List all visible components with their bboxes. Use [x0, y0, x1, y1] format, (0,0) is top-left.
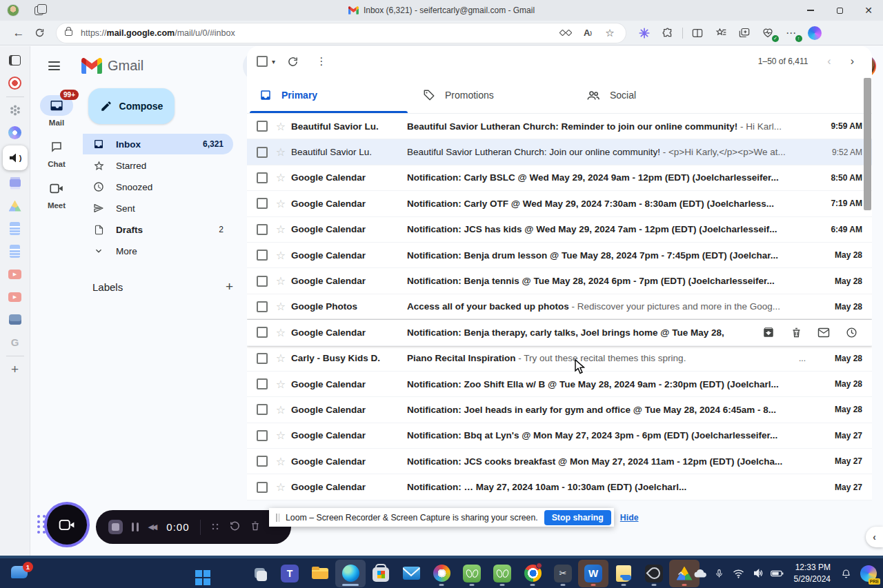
- printer-icon[interactable]: [0, 172, 30, 194]
- star-icon[interactable]: ☆: [275, 480, 287, 494]
- copilot-icon[interactable]: [806, 26, 824, 41]
- pinned-site-icon[interactable]: [0, 308, 30, 331]
- email-checkbox[interactable]: [257, 224, 268, 235]
- email-checkbox[interactable]: [257, 353, 268, 364]
- sidebar-item[interactable]: Drafts 2: [83, 219, 233, 240]
- taskbar-start-button[interactable]: [183, 560, 214, 587]
- chatgpt-icon[interactable]: [0, 99, 30, 121]
- sidebar-item[interactable]: Sent: [83, 198, 233, 219]
- restart-recording-icon[interactable]: [229, 520, 241, 534]
- star-icon[interactable]: ☆: [275, 429, 287, 442]
- delete-icon[interactable]: [785, 321, 807, 343]
- minimize-button[interactable]: [796, 0, 825, 21]
- star-icon[interactable]: ☆: [275, 274, 287, 287]
- email-row[interactable]: ☆ Google Calendar Notification: Bbq at L…: [247, 423, 872, 449]
- taskbar-file-explorer-icon[interactable]: [305, 560, 335, 587]
- star-icon[interactable]: ☆: [275, 403, 287, 416]
- email-checkbox[interactable]: [257, 198, 268, 209]
- archive-icon[interactable]: [757, 321, 780, 343]
- stop-recording-button[interactable]: [108, 520, 123, 534]
- select-all-checkbox[interactable]: [257, 56, 268, 67]
- taskbar-word-icon[interactable]: [578, 560, 608, 587]
- star-icon[interactable]: ☆: [275, 197, 287, 210]
- browser-tab[interactable]: Inbox (6,321) - seifertcarly@gmail.com -…: [348, 6, 535, 15]
- hide-banner-link[interactable]: Hide: [620, 513, 639, 523]
- email-row[interactable]: ☆ Google Calendar Notification: Carly OT…: [247, 191, 872, 216]
- youtube-icon[interactable]: [0, 263, 30, 285]
- email-checkbox[interactable]: [257, 378, 268, 389]
- address-bar[interactable]: https://mail.google.com/mail/u/0/#inbox …: [57, 23, 626, 43]
- email-checkbox[interactable]: [257, 250, 268, 261]
- browser-essentials-icon[interactable]: ✓: [759, 26, 777, 41]
- split-screen-icon[interactable]: [688, 26, 706, 41]
- taskbar-camera-app-icon[interactable]: [426, 560, 457, 587]
- star-icon[interactable]: ☆: [275, 300, 287, 313]
- email-row[interactable]: ☆ Google Calendar Notification: … May 27…: [247, 474, 872, 500]
- wifi-icon[interactable]: [731, 563, 747, 584]
- onedrive-icon[interactable]: [692, 563, 708, 584]
- rewind-icon[interactable]: ◀◀: [148, 523, 155, 531]
- email-row[interactable]: ☆ Google Calendar Notification: Zoo Shif…: [247, 372, 872, 397]
- email-row[interactable]: ☆ Beautiful Savior Lu. Beautiful Savior …: [247, 139, 872, 165]
- collections-icon[interactable]: [735, 26, 753, 41]
- stop-sharing-button[interactable]: Stop sharing: [544, 510, 611, 525]
- star-icon[interactable]: ☆: [275, 171, 287, 184]
- speaker-icon[interactable]: [3, 145, 28, 170]
- nav-rail-chat[interactable]: Chat: [30, 136, 83, 168]
- youtube-icon[interactable]: [0, 285, 30, 308]
- workspaces-icon[interactable]: [34, 6, 43, 15]
- taskbar-task-view-button[interactable]: [244, 560, 275, 587]
- taskbar-butterfly-app-icon[interactable]: [487, 560, 517, 587]
- inbox-tab[interactable]: Social: [574, 77, 737, 113]
- recorder-grid-icon[interactable]: [211, 523, 220, 531]
- copilot-taskbar-icon[interactable]: PRE: [860, 565, 877, 582]
- star-icon[interactable]: ☆: [275, 352, 287, 365]
- scrollbar[interactable]: [864, 78, 871, 210]
- maximize-button[interactable]: [825, 0, 854, 21]
- taskbar-mail-icon[interactable]: [396, 560, 426, 587]
- star-icon[interactable]: ☆: [275, 120, 287, 133]
- star-icon[interactable]: ☆: [275, 378, 287, 391]
- read-aloud-icon[interactable]: A): [579, 26, 597, 41]
- email-row[interactable]: ☆ Beautiful Savior Lu. Beautiful Savior …: [247, 114, 872, 139]
- taskbar-store-icon[interactable]: [366, 560, 396, 587]
- taskbar-chrome-icon[interactable]: [517, 560, 548, 587]
- banner-drag-handle[interactable]: [276, 514, 279, 522]
- email-row[interactable]: ☆ Google Calendar Notification: Joel hea…: [247, 397, 872, 423]
- volume-icon[interactable]: [750, 563, 766, 584]
- lock-icon[interactable]: [65, 30, 72, 36]
- email-row[interactable]: ☆ Google Calendar Notification: Carly BS…: [247, 165, 872, 191]
- taskbar-search-button[interactable]: [214, 560, 244, 587]
- star-icon[interactable]: ☆: [275, 249, 287, 262]
- google-docs-icon[interactable]: [0, 217, 30, 240]
- email-checkbox[interactable]: [257, 276, 268, 287]
- favorites-icon[interactable]: [712, 26, 730, 41]
- taskbar-butterfly-app-icon[interactable]: [457, 560, 487, 587]
- email-checkbox[interactable]: [257, 301, 268, 312]
- nav-rail-meet[interactable]: Meet: [30, 178, 83, 210]
- sidebar-item[interactable]: Starred: [83, 155, 233, 176]
- email-checkbox[interactable]: [257, 147, 268, 158]
- tray-chevron-icon[interactable]: [673, 563, 689, 584]
- add-shortcut-icon[interactable]: [0, 358, 30, 381]
- star-icon[interactable]: ☆: [275, 223, 287, 236]
- star-icon[interactable]: ☆: [275, 455, 287, 468]
- older-page-icon[interactable]: ›: [851, 55, 854, 68]
- taskbar-chat-icon[interactable]: 1: [10, 563, 33, 584]
- email-checkbox[interactable]: [257, 482, 268, 493]
- close-button[interactable]: ✕: [854, 0, 883, 21]
- site-info-icon[interactable]: [557, 26, 575, 41]
- inbox-tab[interactable]: Promotions: [410, 77, 574, 113]
- google-docs-icon[interactable]: [0, 240, 30, 263]
- sidebar-collapse-icon[interactable]: ‹: [866, 527, 883, 547]
- browser-profile-avatar[interactable]: [7, 4, 19, 17]
- email-checkbox[interactable]: [257, 121, 268, 132]
- refresh-button[interactable]: [29, 24, 50, 42]
- back-button[interactable]: ←: [8, 24, 29, 42]
- notifications-bell-icon[interactable]: [837, 563, 854, 584]
- email-checkbox[interactable]: [257, 172, 268, 183]
- main-menu-icon[interactable]: [40, 52, 68, 80]
- email-row[interactable]: ☆ Google Calendar Notification: JCS cook…: [247, 449, 872, 474]
- taskbar-snipping-tool-icon[interactable]: [548, 560, 578, 587]
- sidebar-panel-icon[interactable]: [0, 49, 30, 72]
